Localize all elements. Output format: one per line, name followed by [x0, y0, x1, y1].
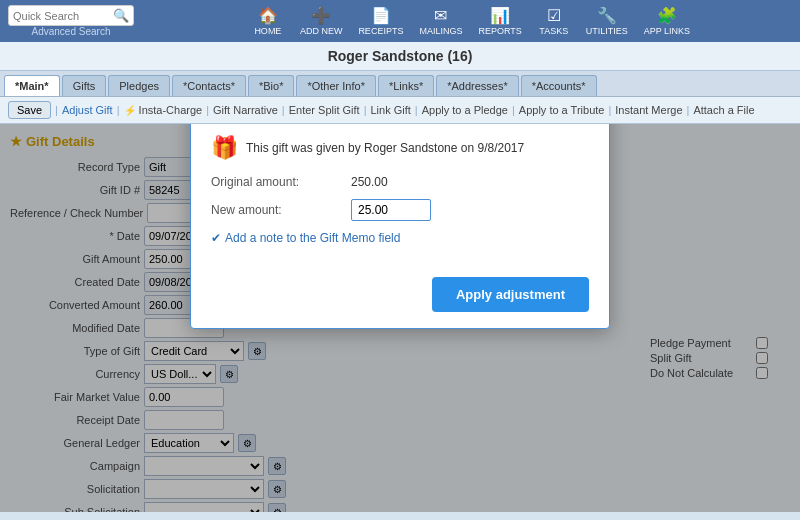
new-amount-label: New amount: — [211, 203, 351, 217]
apply-adjustment-button[interactable]: Apply adjustment — [432, 277, 589, 312]
tab-gifts[interactable]: Gifts — [62, 75, 107, 96]
modal-gift-text: This gift was given by Roger Sandstone o… — [246, 141, 524, 155]
add-note-link[interactable]: ✔ Add a note to the Gift Memo field — [211, 231, 589, 245]
title-bar: Roger Sandstone (16) — [0, 42, 800, 71]
mailings-nav[interactable]: ✉ MAILINGS — [413, 4, 468, 38]
new-amount-input[interactable] — [351, 199, 431, 221]
link-gift-link[interactable]: Link Gift — [371, 104, 411, 116]
tab-bio[interactable]: *Bio* — [248, 75, 294, 96]
insta-charge-icon: ⚡ — [124, 105, 136, 116]
original-amount-label: Original amount: — [211, 175, 351, 189]
adjust-gift-modal: Adjust Gift × 🎁 This gift was given by R… — [190, 124, 610, 329]
home-nav[interactable]: 🏠 HOME — [246, 4, 290, 38]
note-check-icon: ✔ — [211, 231, 221, 245]
main-content: ★ Gift Details Record Type ⚙ Gift ID # R… — [0, 124, 800, 512]
tab-main[interactable]: *Main* — [4, 75, 60, 96]
search-box[interactable]: 🔍 — [8, 5, 134, 26]
adjust-gift-link[interactable]: Adjust Gift — [62, 104, 113, 116]
new-amount-row: New amount: — [211, 199, 589, 221]
attach-file-link[interactable]: Attach a File — [693, 104, 754, 116]
tab-other-info[interactable]: *Other Info* — [296, 75, 375, 96]
tab-links[interactable]: *Links* — [378, 75, 434, 96]
tasks-nav[interactable]: ☑ TASKS — [532, 4, 576, 38]
modal-gift-info: 🎁 This gift was given by Roger Sandstone… — [211, 135, 589, 161]
toolbar: Save | Adjust Gift | ⚡ Insta-Charge | Gi… — [0, 97, 800, 124]
add-new-icon: ➕ — [311, 6, 331, 25]
save-button[interactable]: Save — [8, 101, 51, 119]
advanced-search-link[interactable]: Advanced Search — [8, 26, 134, 37]
search-input[interactable] — [13, 10, 113, 22]
insta-charge-link[interactable]: ⚡ Insta-Charge — [124, 104, 203, 116]
modal-overlay: Adjust Gift × 🎁 This gift was given by R… — [0, 124, 800, 512]
receipts-icon: 📄 — [371, 6, 391, 25]
gift-narrative-link[interactable]: Gift Narrative — [213, 104, 278, 116]
tab-addresses[interactable]: *Addresses* — [436, 75, 519, 96]
modal-footer: Apply adjustment — [191, 277, 609, 328]
tasks-icon: ☑ — [547, 6, 561, 25]
original-amount-row: Original amount: 250.00 — [211, 175, 589, 189]
search-area: 🔍 Advanced Search — [8, 5, 134, 37]
search-icon: 🔍 — [113, 8, 129, 23]
tab-pledges[interactable]: Pledges — [108, 75, 170, 96]
apply-tribute-link[interactable]: Apply to a Tribute — [519, 104, 605, 116]
original-amount-value: 250.00 — [351, 175, 388, 189]
receipts-nav[interactable]: 📄 RECEIPTS — [352, 4, 409, 38]
gift-icon: 🎁 — [211, 135, 238, 161]
tab-accounts[interactable]: *Accounts* — [521, 75, 597, 96]
top-nav: 🔍 Advanced Search 🏠 HOME ➕ ADD NEW 📄 REC… — [0, 0, 800, 42]
nav-icons: 🏠 HOME ➕ ADD NEW 📄 RECEIPTS ✉ MAILINGS 📊… — [150, 4, 792, 38]
apply-pledge-link[interactable]: Apply to a Pledge — [422, 104, 508, 116]
reports-nav[interactable]: 📊 REPORTS — [472, 4, 527, 38]
enter-split-gift-link[interactable]: Enter Split Gift — [289, 104, 360, 116]
mailings-icon: ✉ — [434, 6, 447, 25]
reports-icon: 📊 — [490, 6, 510, 25]
tab-contacts[interactable]: *Contacts* — [172, 75, 246, 96]
tabs-row: *Main* Gifts Pledges *Contacts* *Bio* *O… — [0, 71, 800, 97]
modal-body: 🎁 This gift was given by Roger Sandstone… — [191, 124, 609, 277]
utilities-icon: 🔧 — [597, 6, 617, 25]
add-new-nav[interactable]: ➕ ADD NEW — [294, 4, 349, 38]
app-links-icon: 🧩 — [657, 6, 677, 25]
instant-merge-link[interactable]: Instant Merge — [615, 104, 682, 116]
app-links-nav[interactable]: 🧩 APP LINKS — [638, 4, 696, 38]
utilities-nav[interactable]: 🔧 UTILITIES — [580, 4, 634, 38]
page-title: Roger Sandstone (16) — [328, 48, 473, 64]
home-icon: 🏠 — [258, 6, 278, 25]
